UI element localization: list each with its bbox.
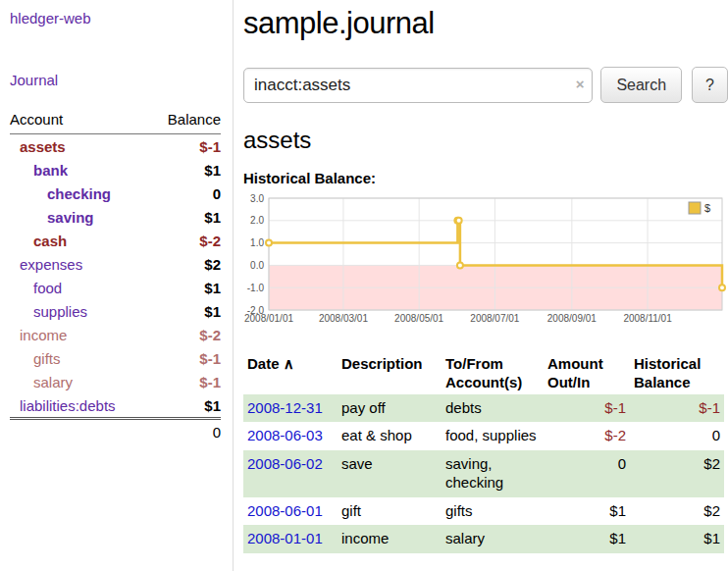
transaction-date-link[interactable]: 2008-06-03 bbox=[247, 427, 323, 443]
account-row: cash$-2 bbox=[10, 229, 221, 252]
register-header-balance: Historical Balance bbox=[630, 353, 724, 394]
transaction-date-link[interactable]: 2008-12-31 bbox=[247, 399, 323, 416]
transaction-amount: $-2 bbox=[544, 422, 630, 450]
sidebar-account-link[interactable]: liabilities:debts bbox=[10, 397, 116, 414]
transaction-description: save bbox=[338, 450, 442, 497]
svg-text:-1.0: -1.0 bbox=[247, 283, 265, 293]
account-row: income$-2 bbox=[10, 323, 221, 346]
account-balance: $-1 bbox=[150, 134, 221, 159]
transaction-balance: $-1 bbox=[630, 394, 724, 423]
transaction-accounts: salary bbox=[442, 525, 544, 553]
register-header-date[interactable]: Date ∧ bbox=[243, 353, 338, 394]
register-header-amount: Amount Out/In bbox=[544, 353, 630, 394]
transaction-description: gift bbox=[338, 497, 442, 526]
chart-svg: 3.02.01.00.0-1.0-2.02008/01/012008/03/01… bbox=[243, 194, 726, 330]
account-row: gifts$-1 bbox=[10, 346, 221, 370]
transaction-amount: $1 bbox=[544, 497, 630, 526]
account-balance: $1 bbox=[150, 205, 221, 229]
main-content: sample.journal × Search ? assets Histori… bbox=[243, 0, 728, 553]
account-balance: $1 bbox=[150, 393, 221, 419]
account-balance: $-1 bbox=[150, 370, 221, 393]
accounts-total-balance: 0 bbox=[10, 419, 221, 445]
sidebar: hledger-web Journal Account Balance asse… bbox=[0, 0, 233, 444]
register-header-row: Date ∧ Description To/From Account(s) Am… bbox=[243, 353, 724, 394]
transaction-date-link[interactable]: 2008-06-02 bbox=[247, 455, 323, 472]
svg-text:2008/01/01: 2008/01/01 bbox=[244, 313, 293, 324]
legend-label: $ bbox=[704, 202, 710, 214]
sidebar-account-link[interactable]: bank bbox=[10, 162, 68, 179]
sidebar-account-link[interactable]: income bbox=[10, 327, 67, 343]
account-balance: $1 bbox=[150, 276, 221, 299]
register-row: 2008-06-02savesaving, checking0$2 bbox=[243, 450, 724, 497]
transaction-accounts: debts bbox=[442, 394, 544, 423]
svg-text:2008/03/01: 2008/03/01 bbox=[319, 313, 368, 324]
transaction-accounts: food, supplies bbox=[442, 422, 544, 450]
account-row: saving$1 bbox=[10, 205, 221, 229]
account-balance: $2 bbox=[150, 252, 221, 276]
register-row: 2008-06-01giftgifts$1$2 bbox=[243, 497, 724, 526]
sidebar-account-link[interactable]: salary bbox=[10, 374, 73, 390]
account-row: food$1 bbox=[10, 276, 221, 299]
transaction-balance: $2 bbox=[630, 497, 724, 526]
account-row: bank$1 bbox=[10, 158, 221, 182]
sidebar-account-link[interactable]: supplies bbox=[10, 303, 87, 320]
account-balance: 0 bbox=[150, 182, 221, 205]
account-balance: $-2 bbox=[150, 229, 221, 252]
register-row: 2008-06-03eat & shopfood, supplies$-20 bbox=[243, 422, 724, 450]
transaction-date-link[interactable]: 2008-01-01 bbox=[247, 530, 323, 546]
clear-search-icon[interactable]: × bbox=[576, 77, 585, 91]
transaction-accounts: gifts bbox=[442, 497, 544, 526]
transaction-accounts: saving, checking bbox=[442, 450, 544, 497]
transaction-date-link[interactable]: 2008-06-01 bbox=[247, 502, 323, 519]
account-heading: assets bbox=[243, 127, 728, 154]
svg-text:3.0: 3.0 bbox=[250, 194, 264, 204]
register-header-accounts: To/From Account(s) bbox=[442, 353, 544, 394]
search-box: × bbox=[243, 68, 593, 103]
help-button[interactable]: ? bbox=[692, 67, 728, 103]
register-table: Date ∧ Description To/From Account(s) Am… bbox=[243, 353, 724, 553]
sidebar-account-link[interactable]: expenses bbox=[10, 256, 82, 273]
accounts-header-account: Account bbox=[10, 108, 150, 134]
transaction-description: pay off bbox=[338, 394, 442, 423]
search-button[interactable]: Search bbox=[600, 67, 682, 103]
historical-balance-chart: 3.02.01.00.0-1.0-2.02008/01/012008/03/01… bbox=[243, 194, 728, 334]
account-row: checking0 bbox=[10, 182, 221, 205]
svg-text:0.0: 0.0 bbox=[250, 260, 264, 271]
transaction-description: eat & shop bbox=[338, 422, 442, 450]
sidebar-divider bbox=[233, 0, 234, 571]
transaction-amount: $-1 bbox=[544, 394, 630, 423]
svg-text:2008/11/01: 2008/11/01 bbox=[623, 313, 672, 324]
account-row: expenses$2 bbox=[10, 252, 221, 276]
account-balance: $1 bbox=[150, 299, 221, 323]
transaction-balance: $1 bbox=[630, 525, 724, 553]
svg-text:1.0: 1.0 bbox=[250, 237, 264, 248]
accounts-total-row: 0 bbox=[10, 419, 221, 445]
register-row: 2008-12-31pay offdebts$-1$-1 bbox=[243, 394, 724, 423]
search-bar: × Search ? bbox=[243, 67, 728, 103]
account-balance: $1 bbox=[150, 158, 221, 182]
account-row: salary$-1 bbox=[10, 370, 221, 393]
account-row: assets$-1 bbox=[10, 134, 221, 159]
accounts-header-row: Account Balance bbox=[10, 108, 221, 134]
account-balance: $-1 bbox=[150, 346, 221, 370]
date-header-label: Date bbox=[247, 355, 280, 372]
legend-swatch bbox=[689, 202, 701, 214]
register-row: 2008-01-01incomesalary$1$1 bbox=[243, 525, 724, 553]
sidebar-account-link[interactable]: checking bbox=[10, 185, 111, 202]
register-header-description: Description bbox=[338, 353, 442, 394]
page-title: sample.journal bbox=[243, 6, 728, 41]
sidebar-account-link[interactable]: saving bbox=[10, 209, 94, 226]
chart-title: Historical Balance: bbox=[243, 170, 728, 186]
sidebar-account-link[interactable]: cash bbox=[10, 233, 67, 249]
search-input[interactable] bbox=[243, 68, 593, 103]
account-balance: $-2 bbox=[150, 323, 221, 346]
transaction-amount: $1 bbox=[544, 525, 630, 553]
svg-text:2008/05/01: 2008/05/01 bbox=[394, 313, 443, 324]
sidebar-account-link[interactable]: food bbox=[10, 280, 62, 296]
sidebar-account-link[interactable]: gifts bbox=[10, 350, 61, 367]
brand-link[interactable]: hledger-web bbox=[10, 10, 221, 26]
sidebar-item-journal[interactable]: Journal bbox=[10, 72, 221, 88]
sort-ascending-icon: ∧ bbox=[284, 355, 294, 372]
transaction-amount: 0 bbox=[544, 450, 630, 497]
sidebar-account-link[interactable]: assets bbox=[10, 138, 66, 155]
